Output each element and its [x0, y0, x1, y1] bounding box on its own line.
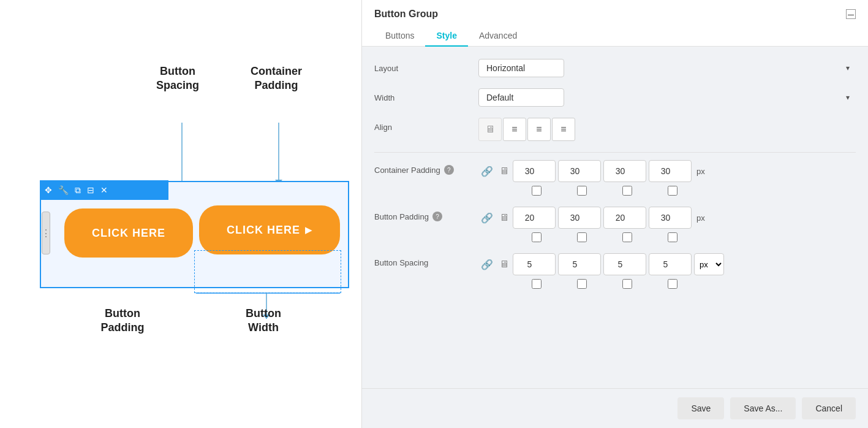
- container-padding-right[interactable]: 30: [558, 160, 601, 182]
- layout-select[interactable]: Horizontal Vertical: [478, 59, 564, 77]
- diagram-area: ButtonSpacing ContainerPadding: [0, 0, 361, 428]
- copy-icon[interactable]: ⧉: [75, 185, 81, 196]
- container-padding-row: Container Padding ? 🔗 🖥 30 30 30 30 px: [374, 160, 856, 196]
- container-padding-label: Container Padding ?: [374, 160, 472, 175]
- label-button-width: ButtonWidth: [221, 307, 306, 335]
- align-left-btn[interactable]: ≡: [503, 118, 526, 141]
- panel-body: Layout Horizontal Vertical Width Default…: [362, 47, 868, 388]
- toolbar-strip: ✥ 🔧 ⧉ ⊟ ✕: [40, 180, 168, 200]
- container-padding-bottom[interactable]: 30: [603, 160, 646, 182]
- button-spacing-screen-icon[interactable]: 🖥: [499, 259, 509, 270]
- button-padding-cb-right[interactable]: [577, 232, 587, 242]
- settings-panel: Button Group — Buttons Style Advanced La…: [361, 0, 868, 428]
- button-spacing-cb-right[interactable]: [577, 279, 587, 289]
- align-label: Align: [374, 118, 472, 132]
- resize-handle[interactable]: [42, 212, 50, 254]
- container-padding-cb-bottom[interactable]: [622, 186, 632, 196]
- button-width-box: [194, 250, 341, 293]
- button-padding-help[interactable]: ?: [432, 212, 442, 221]
- width-label: Width: [374, 88, 472, 102]
- button-spacing-left[interactable]: [649, 253, 692, 275]
- label-button-spacing: ButtonSpacing: [135, 64, 221, 93]
- container-padding-help[interactable]: ?: [444, 165, 454, 175]
- button-right[interactable]: CLICK HERE ▶: [199, 205, 340, 254]
- container-padding-screen-icon[interactable]: 🖥: [499, 166, 509, 177]
- save-as-button[interactable]: Save As...: [730, 397, 796, 419]
- button-padding-inputs-row: 🔗 🖥 px: [478, 207, 856, 229]
- close-icon[interactable]: ✕: [100, 185, 108, 195]
- button-padding-screen-icon[interactable]: 🖥: [499, 212, 509, 223]
- width-dropdown-wrapper: Default Full Width Custom: [478, 88, 856, 107]
- button-padding-cb-bottom[interactable]: [622, 232, 632, 242]
- divider-1: [374, 152, 856, 153]
- button-spacing-cb-top[interactable]: [532, 279, 542, 289]
- align-row: Align 🖥 ≡ ≡ ≡: [374, 118, 856, 141]
- panel-header: Button Group — Buttons Style Advanced: [362, 0, 868, 47]
- button-spacing-controls: 🔗 🖥 px em %: [478, 253, 856, 289]
- container-padding-cb-right[interactable]: [577, 186, 587, 196]
- button-left[interactable]: CLICK HERE: [64, 208, 193, 258]
- tab-style[interactable]: Style: [425, 26, 467, 47]
- label-button-padding: ButtonPadding: [80, 307, 165, 335]
- button-padding-unit: px: [694, 213, 708, 223]
- tab-buttons[interactable]: Buttons: [374, 26, 425, 47]
- cancel-button[interactable]: Cancel: [802, 397, 856, 419]
- label-container-padding: ContainerPadding: [230, 64, 322, 93]
- minimize-button[interactable]: —: [846, 9, 856, 19]
- align-right-btn[interactable]: ≡: [552, 118, 575, 141]
- play-icon: ▶: [305, 225, 312, 235]
- button-spacing-cb-left[interactable]: [668, 279, 677, 289]
- tab-advanced[interactable]: Advanced: [468, 26, 528, 47]
- button-padding-row: Button Padding ? 🔗 🖥 px: [374, 207, 856, 242]
- button-spacing-bottom[interactable]: [603, 253, 646, 275]
- button-spacing-row: Button Spacing 🔗 🖥 px em %: [374, 253, 856, 289]
- button-spacing-unit-select[interactable]: px em %: [694, 253, 724, 275]
- button-padding-controls: 🔗 🖥 px: [478, 207, 856, 242]
- button-padding-link-icon[interactable]: 🔗: [478, 209, 496, 226]
- button-padding-left[interactable]: [649, 207, 692, 229]
- save-button[interactable]: Save: [677, 397, 724, 419]
- button-right-text: CLICK HERE: [227, 224, 300, 237]
- container-padding-unit: px: [694, 167, 708, 176]
- wrench-icon[interactable]: 🔧: [58, 185, 69, 195]
- button-spacing-cb-bottom[interactable]: [622, 279, 632, 289]
- diagram-panel: ButtonSpacing ContainerPadding: [0, 0, 361, 428]
- button-spacing-top[interactable]: [513, 253, 556, 275]
- container-padding-input-group: 30 30 30 30 px: [513, 160, 856, 182]
- layout-controls: Horizontal Vertical: [478, 59, 856, 77]
- container-padding-link-icon[interactable]: 🔗: [478, 162, 496, 180]
- button-spacing-inputs-row: 🔗 🖥 px em %: [478, 253, 856, 275]
- container-padding-cb-top[interactable]: [532, 186, 542, 196]
- button-padding-bottom[interactable]: [603, 207, 646, 229]
- container-padding-cb-left[interactable]: [668, 186, 677, 196]
- button-padding-input-group: px: [513, 207, 856, 229]
- container-padding-left[interactable]: 30: [649, 160, 692, 182]
- align-controls: 🖥 ≡ ≡ ≡: [478, 118, 856, 141]
- panel-title-text: Button Group: [374, 9, 438, 20]
- button-padding-cb-left[interactable]: [668, 232, 677, 242]
- align-desktop-btn[interactable]: 🖥: [478, 118, 502, 141]
- button-spacing-input-group: px em %: [513, 253, 856, 275]
- panel-title: Button Group —: [374, 9, 856, 20]
- button-spacing-right[interactable]: [558, 253, 601, 275]
- panel-footer: Save Save As... Cancel: [362, 388, 868, 428]
- move-icon[interactable]: ✥: [45, 185, 52, 195]
- layout-dropdown-wrapper: Horizontal Vertical: [478, 59, 856, 77]
- tabs-container: Buttons Style Advanced: [374, 26, 856, 46]
- button-padding-cb-top[interactable]: [532, 232, 542, 242]
- align-center-btn[interactable]: ≡: [527, 118, 551, 141]
- container-padding-inputs-row: 🔗 🖥 30 30 30 30 px: [478, 160, 856, 182]
- width-controls: Default Full Width Custom: [478, 88, 856, 107]
- button-padding-label: Button Padding ?: [374, 207, 472, 221]
- width-select[interactable]: Default Full Width Custom: [478, 88, 564, 107]
- align-group: 🖥 ≡ ≡ ≡: [478, 118, 856, 141]
- container-padding-controls: 🔗 🖥 30 30 30 30 px: [478, 160, 856, 196]
- button-padding-checkboxes: [478, 232, 856, 242]
- button-padding-top[interactable]: [513, 207, 556, 229]
- layout-label: Layout: [374, 59, 472, 73]
- container-padding-top[interactable]: 30: [513, 160, 556, 182]
- columns-icon[interactable]: ⊟: [87, 185, 94, 195]
- button-spacing-link-icon[interactable]: 🔗: [478, 256, 496, 273]
- button-padding-right[interactable]: [558, 207, 601, 229]
- button-spacing-checkboxes: [478, 279, 856, 289]
